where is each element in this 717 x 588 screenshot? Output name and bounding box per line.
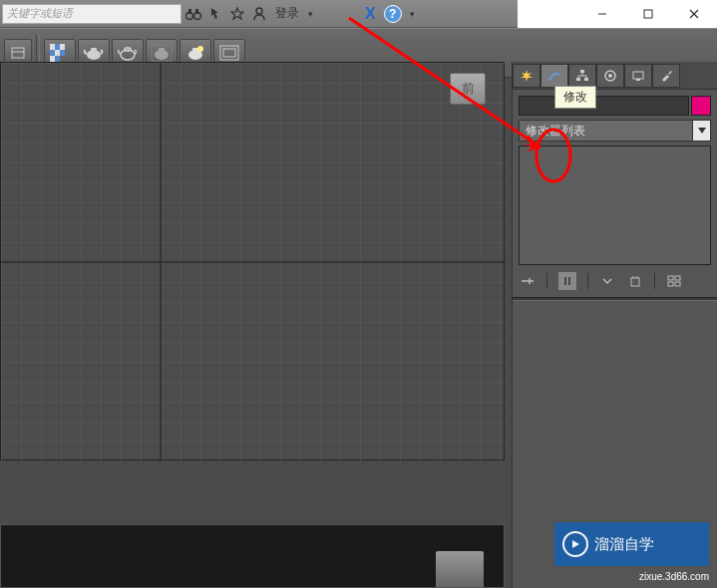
viewport-front[interactable]: 前 bbox=[0, 62, 505, 460]
command-panel: 修改 修改器列表 bbox=[512, 62, 717, 588]
stack-separator bbox=[546, 273, 547, 289]
x-logo-icon[interactable]: X bbox=[365, 5, 376, 23]
svg-rect-51 bbox=[675, 276, 680, 280]
svg-rect-14 bbox=[50, 50, 55, 56]
viewport-label[interactable]: 前 bbox=[450, 73, 486, 105]
panel-divider bbox=[513, 297, 717, 301]
remove-modifier-icon[interactable] bbox=[626, 272, 644, 290]
object-name-input[interactable] bbox=[519, 96, 689, 116]
watermark-badge: 溜溜自学 bbox=[554, 522, 709, 566]
modifier-list-label: 修改器列表 bbox=[526, 123, 585, 140]
search-input[interactable]: 关键字或短语 bbox=[2, 4, 181, 24]
modify-tooltip: 修改 bbox=[554, 86, 596, 109]
utilities-tab[interactable] bbox=[652, 64, 680, 88]
svg-point-28 bbox=[197, 46, 203, 52]
pointer-down-icon[interactable] bbox=[207, 6, 223, 22]
object-name-row bbox=[519, 96, 711, 116]
svg-rect-15 bbox=[55, 50, 60, 56]
make-unique-icon[interactable] bbox=[598, 272, 616, 290]
svg-rect-30 bbox=[223, 49, 235, 57]
window-controls bbox=[518, 0, 717, 28]
preview-object-icon bbox=[436, 551, 484, 587]
svg-rect-24 bbox=[159, 48, 165, 51]
help-icon[interactable]: ? bbox=[384, 5, 402, 23]
svg-rect-34 bbox=[580, 70, 584, 73]
chevron-down-icon bbox=[692, 121, 710, 141]
binoculars-icon[interactable] bbox=[185, 6, 201, 22]
svg-rect-11 bbox=[50, 44, 55, 50]
viewport-grid bbox=[1, 63, 506, 461]
menu-icon-group: 登录 ▾ bbox=[185, 5, 315, 22]
svg-rect-44 bbox=[636, 79, 640, 81]
minimize-button[interactable] bbox=[579, 0, 625, 28]
object-color-swatch[interactable] bbox=[691, 96, 711, 116]
command-panel-tabs: 修改 bbox=[513, 62, 717, 90]
svg-rect-47 bbox=[631, 278, 639, 286]
svg-point-4 bbox=[256, 8, 262, 14]
star-icon[interactable] bbox=[229, 6, 245, 22]
stack-toolbar bbox=[519, 271, 711, 291]
modifier-list-dropdown[interactable]: 修改器列表 bbox=[519, 120, 711, 142]
svg-rect-46 bbox=[568, 277, 570, 285]
svg-point-23 bbox=[155, 50, 169, 60]
play-circle-icon bbox=[562, 531, 588, 557]
svg-point-42 bbox=[608, 74, 612, 78]
svg-rect-9 bbox=[12, 48, 24, 58]
timeline-preview bbox=[0, 524, 505, 588]
svg-rect-36 bbox=[584, 78, 588, 81]
show-end-result-icon[interactable] bbox=[557, 271, 577, 291]
svg-rect-2 bbox=[188, 9, 191, 14]
svg-rect-16 bbox=[60, 50, 65, 56]
svg-rect-52 bbox=[668, 282, 673, 286]
svg-point-19 bbox=[87, 50, 101, 60]
person-icon[interactable] bbox=[251, 6, 267, 22]
svg-rect-45 bbox=[564, 277, 566, 285]
svg-rect-12 bbox=[55, 44, 60, 50]
pin-stack-icon[interactable] bbox=[519, 272, 537, 290]
svg-rect-3 bbox=[195, 9, 198, 14]
maximize-button[interactable] bbox=[625, 0, 671, 28]
display-tab[interactable] bbox=[624, 64, 652, 88]
modifier-stack[interactable] bbox=[519, 146, 711, 265]
stack-separator bbox=[587, 273, 588, 289]
svg-rect-35 bbox=[576, 78, 580, 81]
create-tab[interactable] bbox=[513, 64, 540, 88]
svg-rect-13 bbox=[60, 44, 65, 50]
watermark-text: 溜溜自学 bbox=[594, 535, 654, 554]
motion-tab[interactable] bbox=[596, 64, 624, 88]
stack-separator bbox=[654, 273, 655, 289]
hierarchy-tab[interactable] bbox=[568, 64, 596, 88]
configure-sets-icon[interactable] bbox=[665, 272, 683, 290]
login-button[interactable]: 登录 bbox=[275, 5, 299, 22]
svg-rect-43 bbox=[633, 72, 643, 79]
close-button[interactable] bbox=[671, 0, 717, 28]
svg-rect-6 bbox=[644, 10, 652, 18]
svg-rect-53 bbox=[675, 282, 680, 286]
svg-rect-20 bbox=[91, 48, 97, 51]
login-dropdown-icon[interactable]: ▾ bbox=[305, 6, 315, 22]
modify-tab[interactable] bbox=[540, 64, 568, 88]
svg-rect-50 bbox=[668, 276, 673, 280]
watermark-url: zixue.3d66.com bbox=[639, 571, 709, 582]
